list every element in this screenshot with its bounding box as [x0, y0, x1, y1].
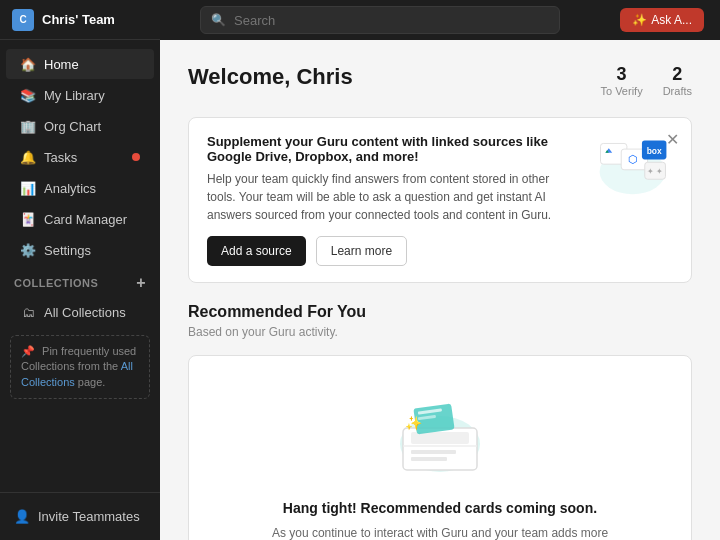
invite-label: Invite Teammates: [38, 509, 140, 524]
collections-icon: 🗂: [20, 304, 36, 320]
nav-item-all-collections[interactable]: 🗂 All Collections: [6, 297, 154, 327]
sidebar-footer: 👤 Invite Teammates: [0, 492, 160, 540]
welcome-title: Welcome, Chris: [188, 64, 353, 90]
settings-icon: ⚙️: [20, 242, 36, 258]
welcome-row: Welcome, Chris 3 To Verify 2 Drafts: [188, 64, 692, 97]
nav-label-org-chart: Org Chart: [44, 119, 101, 134]
add-collection-button[interactable]: +: [136, 274, 146, 292]
nav-label-settings: Settings: [44, 243, 91, 258]
stat-drafts-number: 2: [672, 64, 682, 85]
banner-illustration: ⬡ box ✦ ✦: [593, 134, 673, 199]
main-area: 🔍 ✨ Ask A... Welcome, Chris 3 To Verify …: [160, 0, 720, 540]
recommended-card: ✨ Hang tight! Recommended cards coming s…: [188, 355, 692, 540]
stats-row: 3 To Verify 2 Drafts: [600, 64, 692, 97]
banner-actions: Add a source Learn more: [207, 236, 577, 266]
recommended-subtitle: Based on your Guru activity.: [188, 325, 692, 339]
nav-label-card-manager: Card Manager: [44, 212, 127, 227]
analytics-icon: 📊: [20, 180, 36, 196]
search-box[interactable]: 🔍: [200, 6, 560, 34]
svg-rect-14: [411, 450, 456, 454]
rec-empty-title: Hang tight! Recommended cards coming soo…: [283, 500, 597, 516]
nav-item-my-library[interactable]: 📚 My Library: [6, 80, 154, 110]
stat-verify-number: 3: [617, 64, 627, 85]
nav-items: 🏠 Home 📚 My Library 🏢 Org Chart 🔔 Tasks …: [0, 40, 160, 492]
org-chart-icon: 🏢: [20, 118, 36, 134]
svg-text:✦ ✦: ✦ ✦: [647, 167, 663, 176]
svg-text:⬡: ⬡: [628, 153, 638, 165]
stat-drafts: 2 Drafts: [663, 64, 692, 97]
all-collections-label: All Collections: [44, 305, 126, 320]
svg-text:✨: ✨: [405, 415, 423, 432]
library-icon: 📚: [20, 87, 36, 103]
learn-more-button[interactable]: Learn more: [316, 236, 407, 266]
nav-item-tasks[interactable]: 🔔 Tasks: [6, 142, 154, 172]
banner-close-button[interactable]: ✕: [666, 130, 679, 149]
stat-drafts-label: Drafts: [663, 85, 692, 97]
nav-label-analytics: Analytics: [44, 181, 96, 196]
stat-verify-label: To Verify: [600, 85, 642, 97]
nav-item-settings[interactable]: ⚙️ Settings: [6, 235, 154, 265]
ask-button[interactable]: ✨ Ask A...: [620, 8, 704, 32]
invite-teammates-button[interactable]: 👤 Invite Teammates: [14, 503, 146, 530]
banner-description: Help your team quickly find answers from…: [207, 170, 577, 224]
nav-item-org-chart[interactable]: 🏢 Org Chart: [6, 111, 154, 141]
topbar: 🔍 ✨ Ask A...: [160, 0, 720, 40]
nav-item-analytics[interactable]: 📊 Analytics: [6, 173, 154, 203]
pin-hint: 📌 Pin frequently used Collections from t…: [10, 335, 150, 399]
ask-icon: ✨: [632, 13, 647, 27]
integrations-illustration: ⬡ box ✦ ✦: [593, 134, 673, 199]
sidebar: C Chris' Team 🏠 Home 📚 My Library 🏢 Org …: [0, 0, 160, 540]
rec-illustration: ✨: [385, 386, 495, 484]
nav-label-tasks: Tasks: [44, 150, 77, 165]
nav-label-home: Home: [44, 57, 79, 72]
nav-label-library: My Library: [44, 88, 105, 103]
team-name: Chris' Team: [42, 12, 115, 27]
pin-hint-text: Pin frequently used Collections from the…: [21, 345, 136, 388]
stat-to-verify: 3 To Verify: [600, 64, 642, 97]
svg-rect-15: [411, 457, 447, 461]
search-input[interactable]: [234, 13, 549, 28]
recommended-title: Recommended For You: [188, 303, 692, 321]
team-avatar: C: [12, 9, 34, 31]
card-manager-icon: 🃏: [20, 211, 36, 227]
nav-item-card-manager[interactable]: 🃏 Card Manager: [6, 204, 154, 234]
rec-empty-desc: As you continue to interact with Guru an…: [250, 524, 630, 540]
collections-header: Collections +: [0, 266, 160, 296]
invite-icon: 👤: [14, 509, 30, 524]
tasks-icon: 🔔: [20, 149, 36, 165]
banner-text: Supplement your Guru content with linked…: [207, 134, 577, 266]
svg-text:box: box: [647, 146, 662, 156]
search-icon: 🔍: [211, 13, 226, 27]
pin-icon: 📌: [21, 344, 35, 359]
inbox-illustration: ✨: [385, 386, 495, 481]
recommended-section: Recommended For You Based on your Guru a…: [188, 303, 692, 540]
add-source-button[interactable]: Add a source: [207, 236, 306, 266]
tasks-notification-dot: [132, 153, 140, 161]
banner-title: Supplement your Guru content with linked…: [207, 134, 577, 164]
all-collections-link[interactable]: All Collections: [21, 360, 133, 387]
home-icon: 🏠: [20, 56, 36, 72]
content-area: Welcome, Chris 3 To Verify 2 Drafts Supp…: [160, 40, 720, 540]
nav-item-home[interactable]: 🏠 Home: [6, 49, 154, 79]
sidebar-header: C Chris' Team: [0, 0, 160, 40]
integration-banner: Supplement your Guru content with linked…: [188, 117, 692, 283]
